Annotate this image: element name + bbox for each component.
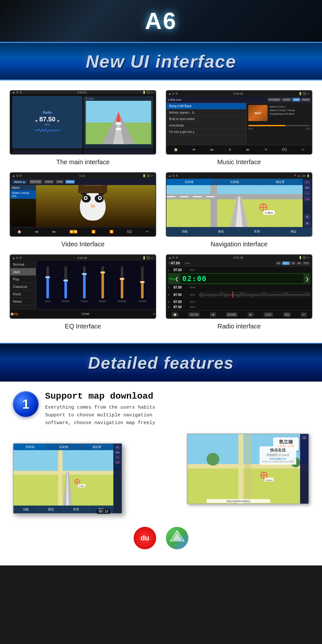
video-screen-frame: ▲ ⑤ ⑥ 0:10 🔋 ⬛ ↩ iNand ▲ 播放列表 extSD USB … — [10, 172, 156, 237]
nav-map-screenshots: 4.9km 深南大道(深圳市福田区) K 凯立德 ARELAND — [13, 433, 309, 517]
eq-interface-label: EQ Interface — [65, 323, 101, 330]
svg-rect-11 — [211, 179, 217, 227]
new-ui-title: New UI interface — [86, 51, 236, 72]
svg-rect-14 — [193, 196, 202, 197]
logo-du: du — [134, 527, 156, 549]
content-area: ▲ ⑤ ⑥ 0:00:01 🔋 ⬛ ↩ Radio ◄ 87.50 MHz — [0, 80, 322, 343]
screenshot-navigation: ▲ ⑤ ⑥ 📍30100🔋 — [166, 172, 312, 248]
nav-screen-frame: ▲ ⑤ ⑥ 📍30100🔋 — [166, 172, 312, 237]
svg-text:深南大道(深圳市福田区): 深南大道(深圳市福田区) — [226, 500, 251, 503]
feature-title-1: Support map download — [45, 391, 309, 401]
feature-desc-1: Everything comes from the users habitsSu… — [45, 404, 309, 427]
screenshot-eq: ▲ ⑤ ⑥ 0:00:38 🔋 ⬛ ↩ Normal Jazz Pop Clas… — [10, 254, 156, 330]
screenshot-radio: ▲ ⑤ ⑥ 0:00:38 🔋 ⬛ ↩ 1 87.50 MHz AS REG T… — [166, 254, 312, 330]
feature-text-1: Support map download Everything comes fr… — [45, 391, 309, 427]
header-section: A6 — [0, 0, 322, 42]
feature-item-1: 1 Support map download Everything comes … — [13, 391, 309, 427]
svg-text:4.9km: 4.9km — [79, 485, 85, 487]
screenshot-grid: ▲ ⑤ ⑥ 0:00:01 🔋 ⬛ ↩ Radio ◄ 87.50 MHz — [10, 90, 312, 330]
features-content: 1 Support map download Everything comes … — [0, 382, 322, 565]
svg-rect-15 — [206, 196, 215, 197]
screenshot-video: ▲ ⑤ ⑥ 0:10 🔋 ⬛ ↩ iNand ▲ 播放列表 extSD USB … — [10, 172, 156, 248]
svg-rect-12 — [166, 196, 175, 197]
eq-screen-frame: ▲ ⑤ ⑥ 0:00:38 🔋 ⬛ ↩ Normal Jazz Pop Clas… — [10, 254, 156, 319]
svg-rect-5 — [116, 128, 121, 130]
radio-iface-screen-frame: ▲ ⑤ ⑥ 0:00:38 🔋 ⬛ ↩ 1 87.50 MHz AS REG T… — [166, 254, 312, 319]
music-interface-label: Music Interface — [217, 158, 261, 166]
main-interface-label: The main interface — [56, 158, 110, 166]
detailed-features-title: Detailed features — [88, 353, 234, 373]
main-screen-frame: ▲ ⑤ ⑥ 0:00:01 🔋 ⬛ ↩ Radio ◄ 87.50 MHz — [10, 90, 156, 155]
svg-rect-43 — [58, 444, 62, 513]
svg-rect-28 — [238, 434, 243, 504]
svg-text:4.9km: 4.9km — [266, 479, 273, 482]
header-title: A6 — [145, 8, 177, 34]
music-screen-frame: ▲ ⑤ ⑥ 0:00:35 🔋 ⬛ ↩ a little love ● Play… — [166, 90, 312, 155]
svg-point-30 — [206, 453, 219, 466]
detailed-features-banner: Detailed features — [0, 343, 322, 382]
svg-rect-13 — [180, 196, 188, 197]
svg-marker-29 — [245, 434, 251, 504]
nav-interface-label: Navigation interface — [211, 241, 268, 248]
screenshot-main: ▲ ⑤ ⑥ 0:00:01 🔋 ⬛ ↩ Radio ◄ 87.50 MHz — [10, 90, 156, 166]
bottom-logos: du — [13, 520, 309, 556]
svg-rect-4 — [116, 123, 121, 125]
new-ui-banner: New UI interface — [0, 42, 322, 80]
radio-interface-label: Radio interface — [217, 323, 261, 330]
video-interface-label: Video Interface — [61, 241, 104, 248]
svg-text:4.9km: 4.9km — [265, 211, 273, 214]
screenshot-music: ▲ ⑤ ⑥ 0:00:35 🔋 ⬛ ↩ a little love ● Play… — [166, 90, 312, 166]
feature-number-1: 1 — [13, 391, 39, 417]
logo-nav — [166, 527, 188, 549]
